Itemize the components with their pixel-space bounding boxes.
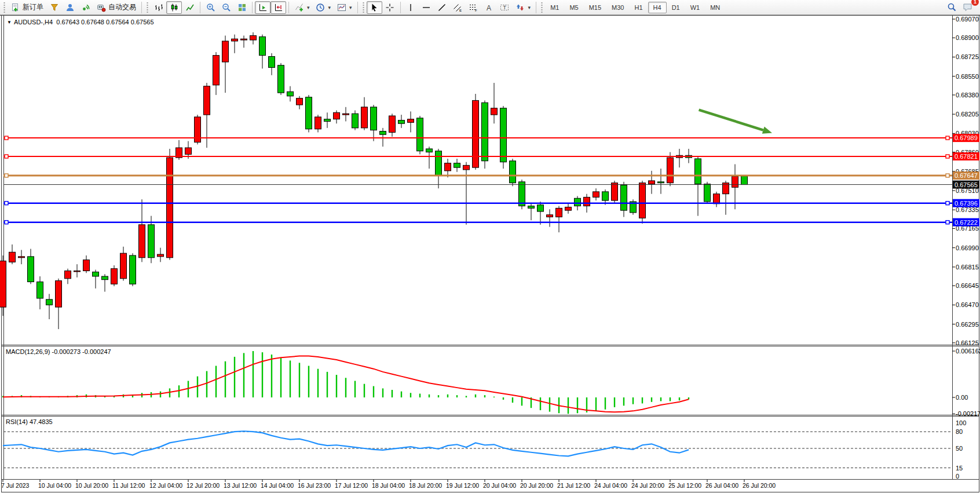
timeframe-h4-button[interactable]: H4 xyxy=(648,2,667,13)
svg-text:0.00: 0.00 xyxy=(956,394,968,401)
svg-text:20 Jul 04:00: 20 Jul 04:00 xyxy=(483,482,516,489)
timeframe-h1-button[interactable]: H1 xyxy=(630,2,648,13)
text-label-icon: T xyxy=(500,2,510,12)
toolbar-separator xyxy=(200,2,200,13)
signals-button[interactable] xyxy=(62,1,78,14)
svg-text:0.66470: 0.66470 xyxy=(956,301,979,308)
zoom-out-button[interactable] xyxy=(218,1,234,14)
cursor-icon xyxy=(370,2,379,12)
svg-text:A: A xyxy=(487,3,491,12)
autotrading-label: 自动交易 xyxy=(108,2,136,12)
timeframe-m5-button[interactable]: M5 xyxy=(564,2,583,13)
trendline-tool-button[interactable] xyxy=(434,1,450,14)
indicators-button[interactable]: ▾ xyxy=(291,1,313,14)
svg-text:26 Jul 04:00: 26 Jul 04:00 xyxy=(705,482,738,489)
label-tool-button[interactable]: T xyxy=(497,1,513,14)
periods-clock-icon xyxy=(316,2,326,12)
periods-button[interactable]: ▾ xyxy=(313,1,334,14)
templates-icon xyxy=(337,2,346,12)
svg-text:0.66815: 0.66815 xyxy=(956,264,979,271)
dropdown-caret-icon: ▾ xyxy=(328,5,331,10)
chat-notification-badge[interactable]: 1 xyxy=(971,0,979,6)
terminal-window: 新订单 自动交易 xyxy=(0,0,980,493)
search-icon xyxy=(947,2,957,12)
crosshair-tool-button[interactable] xyxy=(382,1,398,14)
svg-text:26 Jul 20:00: 26 Jul 20:00 xyxy=(743,482,776,489)
svg-text:0.68205: 0.68205 xyxy=(956,111,979,118)
text-icon: A xyxy=(484,2,494,12)
macd-indicator-label: MACD(12,26,9) -0.000273 -0.000247 xyxy=(6,348,111,355)
svg-text:0.66990: 0.66990 xyxy=(956,244,979,251)
arrows-shapes-icon xyxy=(515,2,525,12)
timeframe-m30-button[interactable]: M30 xyxy=(606,2,629,13)
svg-text:0.68900: 0.68900 xyxy=(956,34,979,41)
timeframe-mn-button[interactable]: MN xyxy=(705,2,725,13)
toolbar-separator xyxy=(357,2,358,13)
line-chart-button[interactable] xyxy=(182,1,198,14)
fibonacci-tool-button[interactable]: F xyxy=(466,1,481,14)
market-button[interactable] xyxy=(46,1,62,14)
templates-button[interactable]: ▾ xyxy=(334,1,355,14)
channel-tool-button[interactable]: E xyxy=(450,1,466,14)
timeframe-m15-button[interactable]: M15 xyxy=(584,2,606,13)
svg-text:0.66295: 0.66295 xyxy=(956,321,979,328)
svg-text:0.67821: 0.67821 xyxy=(955,153,978,160)
new-order-label: 新订单 xyxy=(23,2,43,12)
svg-text:7 Jul 2023: 7 Jul 2023 xyxy=(1,482,30,489)
toolbar-grip[interactable] xyxy=(146,2,149,13)
text-tool-button[interactable]: A xyxy=(481,1,497,14)
autotrading-icon xyxy=(96,2,106,12)
svg-text:T: T xyxy=(503,5,507,10)
chart-canvas[interactable]: 0.690700.689000.687250.685500.683800.682… xyxy=(0,0,980,493)
timeframe-d1-button[interactable]: D1 xyxy=(667,2,685,13)
svg-text:21 Jul 12:00: 21 Jul 12:00 xyxy=(557,482,590,489)
timeframe-m1-button[interactable]: M1 xyxy=(545,2,564,13)
broadcast-icon xyxy=(81,2,90,12)
bar-chart-button[interactable] xyxy=(151,1,166,14)
svg-text:16 Jul 23:00: 16 Jul 23:00 xyxy=(298,482,331,489)
svg-text:0.68380: 0.68380 xyxy=(956,92,979,98)
vertical-line-icon xyxy=(406,2,416,12)
tile-windows-button[interactable] xyxy=(234,1,250,14)
svg-text:0.67989: 0.67989 xyxy=(955,134,978,141)
chart-shift-button[interactable] xyxy=(270,1,286,14)
auto-scroll-icon xyxy=(258,2,268,12)
toolbar-separator xyxy=(252,2,253,13)
toolbar-grip[interactable] xyxy=(3,2,6,13)
toolbar-grip[interactable] xyxy=(540,2,543,13)
svg-text:10 Jul 20:00: 10 Jul 20:00 xyxy=(75,482,108,489)
zoom-in-button[interactable] xyxy=(203,1,218,14)
auto-scroll-button[interactable] xyxy=(255,1,270,14)
timeframe-w1-button[interactable]: W1 xyxy=(685,2,705,13)
fibonacci-icon: F xyxy=(469,2,478,12)
svg-text:0.67222: 0.67222 xyxy=(955,219,978,226)
dropdown-caret-icon: ▾ xyxy=(528,5,531,10)
toolbar-separator xyxy=(400,2,401,13)
signals-icon xyxy=(65,2,75,12)
toolbar-separator xyxy=(288,2,289,13)
toolbar-separator xyxy=(141,2,142,13)
svg-text:19 Jul 12:00: 19 Jul 12:00 xyxy=(446,482,479,489)
svg-text:15: 15 xyxy=(956,465,963,472)
zoom-in-icon xyxy=(206,2,215,12)
bar-chart-icon xyxy=(153,2,163,12)
candlestick-chart-button[interactable] xyxy=(166,1,182,14)
autotrading-button[interactable]: 自动交易 xyxy=(93,1,139,14)
equidistant-channel-icon: E xyxy=(453,2,463,12)
svg-text:13 Jul 12:00: 13 Jul 12:00 xyxy=(224,482,257,489)
market-icon xyxy=(49,2,59,12)
toolbar-grip[interactable] xyxy=(362,2,365,13)
chart-expand-icon[interactable]: ▼ xyxy=(7,20,12,25)
news-button[interactable] xyxy=(78,1,93,14)
svg-text:0.67335: 0.67335 xyxy=(956,206,979,213)
toolbar-separator xyxy=(536,2,536,13)
cursor-tool-button[interactable] xyxy=(367,1,382,14)
search-button[interactable] xyxy=(944,1,960,14)
new-order-button[interactable]: 新订单 xyxy=(8,1,46,14)
svg-text:80: 80 xyxy=(956,428,963,435)
svg-text:100: 100 xyxy=(956,419,966,426)
svg-text:12 Jul 04:00: 12 Jul 04:00 xyxy=(149,482,182,489)
vertical-line-tool-button[interactable] xyxy=(403,1,419,14)
horizontal-line-tool-button[interactable] xyxy=(419,1,434,14)
shapes-tool-button[interactable]: ▾ xyxy=(513,1,534,14)
